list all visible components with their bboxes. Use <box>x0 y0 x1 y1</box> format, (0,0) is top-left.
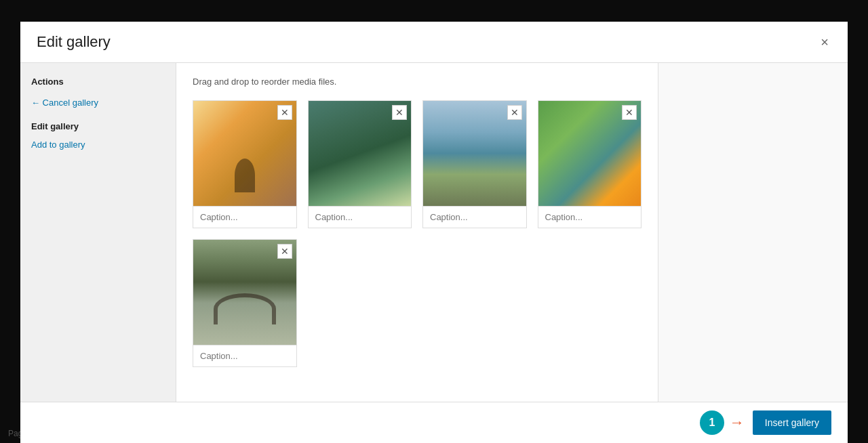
gallery-item: ✕ <box>193 100 297 228</box>
remove-item-3-button[interactable]: ✕ <box>507 105 522 120</box>
modal-title: Edit gallery <box>37 33 111 51</box>
gallery-item: ✕ <box>308 100 412 228</box>
cancel-gallery-link[interactable]: ← Cancel gallery <box>31 98 165 108</box>
insert-gallery-button[interactable]: Insert gallery <box>753 410 831 435</box>
edit-gallery-modal: Edit gallery × Actions ← Cancel gallery … <box>20 22 848 443</box>
gallery-item: ✕ <box>538 100 642 228</box>
remove-item-2-button[interactable]: ✕ <box>392 105 407 120</box>
actions-title: Actions <box>31 77 165 87</box>
remove-item-5-button[interactable]: ✕ <box>277 244 292 259</box>
modal-footer: 1 → Insert gallery <box>20 402 848 443</box>
arrow-icon: → <box>730 414 745 431</box>
caption-input-1[interactable] <box>193 206 296 228</box>
caption-input-5[interactable] <box>193 345 296 366</box>
modal-header: Edit gallery × <box>20 22 848 63</box>
gallery-item: ✕ <box>422 100 527 228</box>
sidebar: Actions ← Cancel gallery Edit gallery Ad… <box>20 63 176 402</box>
remove-item-4-button[interactable]: ✕ <box>622 105 637 120</box>
gallery-grid: ✕ ✕ ✕ ✕ <box>193 100 642 367</box>
caption-input-2[interactable] <box>309 206 412 228</box>
edit-gallery-sidebar-title: Edit gallery <box>31 121 165 131</box>
caption-input-3[interactable] <box>423 206 526 228</box>
step-indicator: 1 → <box>700 410 745 435</box>
right-panel <box>658 63 848 402</box>
add-to-gallery-link[interactable]: Add to gallery <box>31 140 85 150</box>
step-circle: 1 <box>700 410 724 435</box>
caption-input-4[interactable] <box>538 206 642 228</box>
gallery-item: ✕ <box>193 239 297 367</box>
remove-item-1-button[interactable]: ✕ <box>277 105 292 120</box>
main-content: Drag and drop to reorder media files. ✕ … <box>176 63 658 402</box>
modal-close-button[interactable]: × <box>818 33 831 51</box>
drag-hint: Drag and drop to reorder media files. <box>193 77 642 87</box>
modal-body: Actions ← Cancel gallery Edit gallery Ad… <box>20 63 848 402</box>
